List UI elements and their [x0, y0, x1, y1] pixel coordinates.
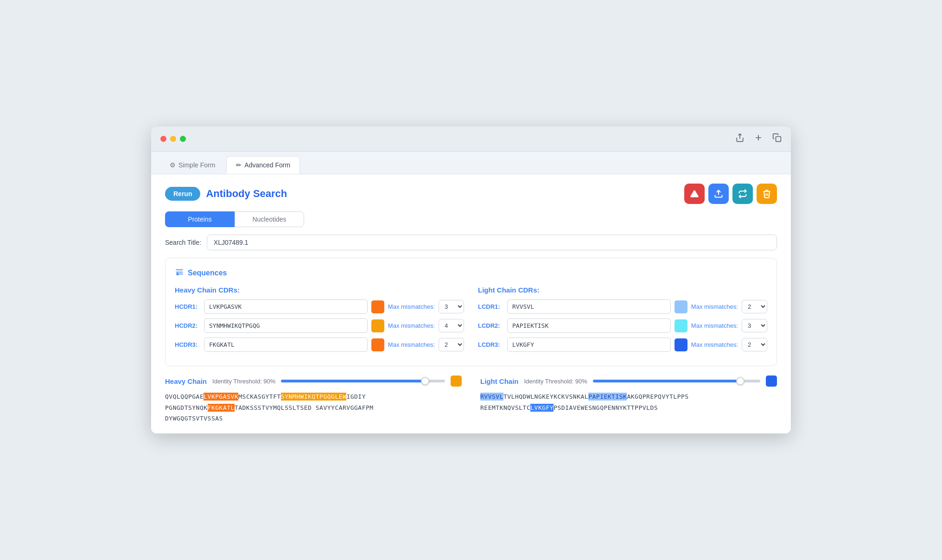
- transfer-action-button[interactable]: [732, 184, 753, 204]
- tab-simple-label: Simple Form: [178, 161, 215, 169]
- lcdr1-color-swatch[interactable]: [675, 300, 687, 313]
- header-actions: [684, 184, 777, 204]
- light-chain-cdrs: Light Chain CDRs: LCDR1: Max mismatches:…: [478, 286, 767, 356]
- lcdr2-label: LCDR2:: [478, 322, 503, 329]
- heavy-chain-sequence: QVQLQQPGAELVKPGASVKMSCKASGYTFTSYNMHWIKQT…: [165, 391, 462, 424]
- lcdr2-input[interactable]: [507, 318, 671, 333]
- hcdr1-input[interactable]: [204, 299, 368, 314]
- light-chain-slider[interactable]: [593, 380, 760, 382]
- lcdr1-label: LCDR1:: [478, 303, 503, 310]
- heavy-chain-slider[interactable]: [281, 380, 445, 382]
- lcdr3-row: LCDR3: Max mismatches: 012345: [478, 337, 767, 352]
- tabs-row: ⚙ Simple Form ✏ Advanced Form: [151, 152, 791, 174]
- main-window: ⚙ Simple Form ✏ Advanced Form Rerun Anti…: [151, 127, 791, 433]
- hcdr3-seq-highlight: FKGKATL: [208, 404, 235, 412]
- simple-form-icon: ⚙: [170, 161, 176, 169]
- lcdr3-label: LCDR3:: [478, 341, 503, 348]
- heavy-chain-bottom-header: Heavy Chain Identity Threshold: 90%: [165, 375, 462, 387]
- rerun-button[interactable]: Rerun: [165, 187, 200, 201]
- hcdr3-mismatch-select[interactable]: 012345: [439, 338, 464, 351]
- sequences-card: Sequences Heavy Chain CDRs: HCDR1: Max m…: [165, 258, 777, 366]
- tab-simple[interactable]: ⚙ Simple Form: [160, 156, 224, 174]
- delete-action-button[interactable]: [757, 184, 777, 204]
- lcdr1-input[interactable]: [507, 299, 671, 314]
- lcdr2-color-swatch[interactable]: [675, 319, 687, 332]
- copy-icon[interactable]: [772, 133, 782, 145]
- lcdr1-mismatch-select[interactable]: 012345: [742, 300, 767, 313]
- heavy-chain-color-swatch[interactable]: [451, 375, 462, 387]
- lcdr3-mismatch-label: Max mismatches:: [691, 341, 738, 348]
- advanced-form-icon: ✏: [236, 161, 242, 169]
- lcdr1-row: LCDR1: Max mismatches: 012345: [478, 299, 767, 314]
- nucleotides-toggle[interactable]: Nucleotides: [235, 211, 304, 227]
- sequences-section-header: Sequences: [175, 267, 767, 279]
- bottom-section: Heavy Chain Identity Threshold: 90% QVQL…: [165, 375, 777, 424]
- chains-grid: Heavy Chain CDRs: HCDR1: Max mismatches:…: [175, 286, 767, 356]
- alert-action-button[interactable]: [684, 184, 705, 204]
- hcdr1-mismatch-label: Max mismatches:: [388, 303, 435, 310]
- hcdr1-seq-highlight: LVKPGASVK: [204, 393, 238, 401]
- hcdr1-label: HCDR1:: [175, 303, 200, 310]
- heavy-chain-bottom: Heavy Chain Identity Threshold: 90% QVQL…: [165, 375, 462, 424]
- lcdr2-mismatch-select[interactable]: 012345: [742, 319, 767, 332]
- tab-advanced[interactable]: ✏ Advanced Form: [226, 156, 300, 174]
- close-button[interactable]: [160, 136, 166, 142]
- hcdr2-mismatch-select[interactable]: 012345: [439, 319, 464, 332]
- search-title-row: Search Title:: [165, 235, 777, 250]
- header-left: Rerun Antibody Search: [165, 187, 287, 201]
- light-threshold-label: Identity Threshold: 90%: [524, 378, 587, 385]
- titlebar-icons: [735, 133, 782, 145]
- header-row: Rerun Antibody Search: [165, 184, 777, 204]
- hcdr2-mismatch-label: Max mismatches:: [388, 322, 435, 329]
- light-chain-bottom-title: Light Chain: [480, 377, 519, 385]
- lcdr2-mismatch-label: Max mismatches:: [691, 322, 738, 329]
- main-content: Rerun Antibody Search Proteins: [151, 174, 791, 433]
- search-title-input[interactable]: [207, 235, 777, 250]
- hcdr2-row: HCDR2: Max mismatches: 012345: [175, 318, 464, 333]
- hcdr2-input[interactable]: [204, 318, 368, 333]
- hcdr3-row: HCDR3: Max mismatches: 012345: [175, 337, 464, 352]
- lcdr3-input[interactable]: [507, 337, 671, 352]
- page-title: Antibody Search: [206, 188, 287, 200]
- lcdr2-row: LCDR2: Max mismatches: 012345: [478, 318, 767, 333]
- lcdr1-mismatch-label: Max mismatches:: [691, 303, 738, 310]
- proteins-toggle[interactable]: Proteins: [165, 211, 235, 227]
- light-chain-sequence: RVVSVLTVLHQDWLNGKEYKCKVSNKALPAPIEKTISKAK…: [480, 391, 777, 413]
- type-toggle: Proteins Nucleotides: [165, 211, 304, 227]
- light-chain-bottom-header: Light Chain Identity Threshold: 90%: [480, 375, 777, 387]
- hcdr2-color-swatch[interactable]: [371, 319, 384, 332]
- lcdr3-mismatch-select[interactable]: 012345: [742, 338, 767, 351]
- hcdr2-label: HCDR2:: [175, 322, 200, 329]
- minimize-button[interactable]: [170, 136, 176, 142]
- hcdr2-seq-highlight: SYNMHWIKQTPGQGLEW: [281, 393, 347, 401]
- lcdr1-seq-highlight: RVVSVL: [480, 393, 503, 401]
- lcdr3-color-swatch[interactable]: [675, 338, 687, 351]
- hcdr3-label: HCDR3:: [175, 341, 200, 348]
- hcdr1-color-swatch[interactable]: [371, 300, 384, 313]
- sequences-title: Sequences: [188, 269, 227, 277]
- hcdr3-color-swatch[interactable]: [371, 338, 384, 351]
- maximize-button[interactable]: [180, 136, 186, 142]
- heavy-threshold-label: Identity Threshold: 90%: [212, 378, 275, 385]
- titlebar: [151, 127, 791, 152]
- hcdr3-input[interactable]: [204, 337, 368, 352]
- heavy-chain-bottom-title: Heavy Chain: [165, 377, 207, 385]
- share-icon[interactable]: [735, 133, 745, 145]
- upload-action-button[interactable]: [708, 184, 729, 204]
- sequences-icon: [175, 267, 184, 279]
- plus-icon[interactable]: [754, 133, 763, 145]
- svg-rect-3: [776, 137, 781, 142]
- hcdr1-row: HCDR1: Max mismatches: 012345: [175, 299, 464, 314]
- light-chain-title: Light Chain CDRs:: [478, 286, 767, 294]
- hcdr3-mismatch-label: Max mismatches:: [388, 341, 435, 348]
- lcdr3-seq-highlight: LVKGFY: [530, 404, 554, 412]
- light-chain-color-swatch[interactable]: [766, 375, 777, 387]
- lcdr2-seq-highlight: PAPIEKTISK: [588, 393, 627, 401]
- heavy-chain-title: Heavy Chain CDRs:: [175, 286, 464, 294]
- heavy-slider-container: [281, 380, 445, 382]
- hcdr1-mismatch-select[interactable]: 012345: [439, 300, 464, 313]
- search-title-label: Search Title:: [165, 239, 201, 246]
- tab-advanced-label: Advanced Form: [244, 161, 290, 169]
- light-chain-bottom: Light Chain Identity Threshold: 90% RVVS…: [480, 375, 777, 424]
- heavy-chain-cdrs: Heavy Chain CDRs: HCDR1: Max mismatches:…: [175, 286, 464, 356]
